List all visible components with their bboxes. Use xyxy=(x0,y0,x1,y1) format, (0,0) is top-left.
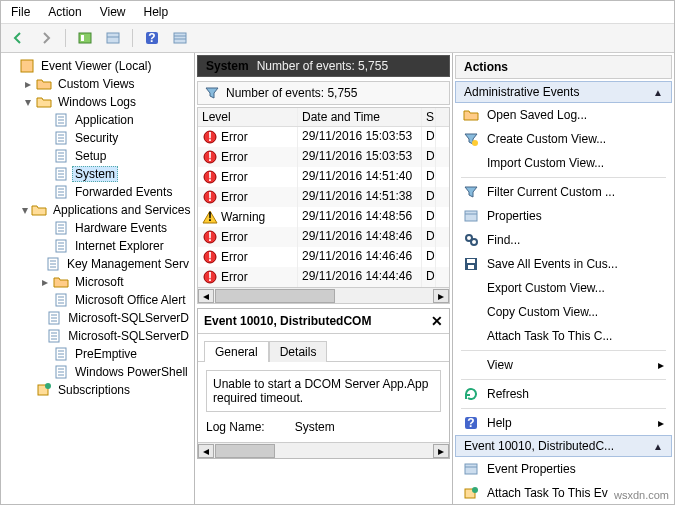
action-label: Properties xyxy=(487,209,542,223)
tree-subscriptions[interactable]: Subscriptions xyxy=(22,381,192,399)
tree-item-windows-powershell[interactable]: Windows PowerShell xyxy=(39,363,192,381)
scroll-right-icon[interactable]: ▸ xyxy=(433,289,449,303)
actions-section-event[interactable]: Event 10010, DistributedC...▲ xyxy=(455,435,672,457)
col-source[interactable]: S xyxy=(422,108,436,126)
event-viewer-icon xyxy=(19,58,35,74)
table-row[interactable]: !Error29/11/2016 15:03:53D xyxy=(198,127,449,147)
log-icon xyxy=(53,220,69,236)
action-open-saved-log[interactable]: Open Saved Log... xyxy=(455,103,672,127)
tree-item-microsoft-sqlserverd[interactable]: Microsoft-SQLServerD xyxy=(39,309,192,327)
events-header: SystemNumber of events: 5,755 xyxy=(197,55,450,77)
find-icon xyxy=(463,232,479,248)
properties-icon xyxy=(463,208,479,224)
cell-source: D xyxy=(422,147,436,167)
cell-source: D xyxy=(422,207,436,227)
log-icon xyxy=(53,364,69,380)
tree-item-microsoft-office-alert[interactable]: Microsoft Office Alert xyxy=(39,291,192,309)
svg-rect-1 xyxy=(81,35,84,41)
chevron-right-icon: ▸ xyxy=(658,358,664,372)
svg-text:!: ! xyxy=(208,210,212,224)
tree-item-hardware-events[interactable]: Hardware Events xyxy=(39,219,192,237)
show-hide-tree-button[interactable] xyxy=(74,27,96,49)
tree-item-forwarded-events[interactable]: Forwarded Events xyxy=(39,183,192,201)
log-icon xyxy=(46,310,62,326)
action-attach-task-to-this-c[interactable]: Attach Task To This C... xyxy=(455,324,672,348)
scroll-thumb[interactable] xyxy=(215,444,275,458)
tree-item-setup[interactable]: Setup xyxy=(39,147,192,165)
action-filter-current-custom[interactable]: Filter Current Custom ... xyxy=(455,180,672,204)
menu-action[interactable]: Action xyxy=(48,5,81,19)
cell-datetime: 29/11/2016 14:48:46 xyxy=(298,227,422,247)
views-button[interactable] xyxy=(102,27,124,49)
tree-custom-views[interactable]: ▸Custom Views xyxy=(22,75,192,93)
action-event-properties[interactable]: Event Properties xyxy=(455,457,672,481)
svg-rect-85 xyxy=(467,259,475,263)
error-icon: ! xyxy=(202,229,218,245)
action-import-custom-view[interactable]: Import Custom View... xyxy=(455,151,672,175)
menu-file[interactable]: File xyxy=(11,5,30,19)
table-row[interactable]: !Error29/11/2016 15:03:53D xyxy=(198,147,449,167)
tab-details[interactable]: Details xyxy=(269,341,328,362)
table-row[interactable]: !Error29/11/2016 14:51:40D xyxy=(198,167,449,187)
action-view[interactable]: View▸ xyxy=(455,353,672,377)
collapse-icon[interactable]: ▲ xyxy=(653,87,663,98)
tree-item-system[interactable]: System xyxy=(39,165,192,183)
properties-button[interactable] xyxy=(169,27,191,49)
action-help[interactable]: ?Help▸ xyxy=(455,411,672,435)
tree-item-microsoft[interactable]: ▸Microsoft xyxy=(39,273,192,291)
menu-view[interactable]: View xyxy=(100,5,126,19)
svg-point-63 xyxy=(45,383,51,389)
scroll-thumb[interactable] xyxy=(215,289,335,303)
action-export-custom-view[interactable]: Export Custom View... xyxy=(455,276,672,300)
svg-rect-9 xyxy=(21,60,33,72)
scroll-left-icon[interactable]: ◂ xyxy=(198,444,214,458)
tree-apps-services[interactable]: ▾Applications and Services xyxy=(22,201,192,219)
tree-root[interactable]: Event Viewer (Local) xyxy=(5,57,192,75)
scroll-left-icon[interactable]: ◂ xyxy=(198,289,214,303)
grid-scrollbar[interactable]: ◂ ▸ xyxy=(198,287,449,303)
help-button[interactable]: ? xyxy=(141,27,163,49)
tree-item-application[interactable]: Application xyxy=(39,111,192,129)
table-row[interactable]: !Error29/11/2016 14:48:46D xyxy=(198,227,449,247)
grid-header[interactable]: Level Date and Time S xyxy=(198,108,449,127)
col-datetime[interactable]: Date and Time xyxy=(298,108,422,126)
table-row[interactable]: !Error29/11/2016 14:46:46D xyxy=(198,247,449,267)
tree-item-key-management-serv[interactable]: Key Management Serv xyxy=(39,255,192,273)
action-refresh[interactable]: Refresh xyxy=(455,382,672,406)
tree-item-internet-explorer[interactable]: Internet Explorer xyxy=(39,237,192,255)
tree-item-security[interactable]: Security xyxy=(39,129,192,147)
close-icon[interactable]: ✕ xyxy=(431,313,443,329)
action-copy-custom-view[interactable]: Copy Custom View... xyxy=(455,300,672,324)
forward-button[interactable] xyxy=(35,27,57,49)
tree-item-microsoft-sqlserverd[interactable]: Microsoft-SQLServerD xyxy=(39,327,192,345)
svg-text:!: ! xyxy=(208,190,212,204)
error-icon: ! xyxy=(202,169,218,185)
menu-help[interactable]: Help xyxy=(144,5,169,19)
scroll-right-icon[interactable]: ▸ xyxy=(433,444,449,458)
table-row[interactable]: !Error29/11/2016 14:44:46D xyxy=(198,267,449,287)
table-row[interactable]: !Error29/11/2016 14:51:38D xyxy=(198,187,449,207)
cell-level: Error xyxy=(221,170,248,184)
cell-datetime: 29/11/2016 15:03:53 xyxy=(298,147,422,167)
event-grid[interactable]: Level Date and Time S !Error29/11/2016 1… xyxy=(197,107,450,304)
col-level[interactable]: Level xyxy=(198,108,298,126)
action-properties[interactable]: Properties xyxy=(455,204,672,228)
action-label: Import Custom View... xyxy=(487,156,604,170)
actions-section-admin[interactable]: Administrative Events▲ xyxy=(455,81,672,103)
action-find[interactable]: Find... xyxy=(455,228,672,252)
actions-title: Actions xyxy=(455,55,672,79)
action-create-custom-view[interactable]: Create Custom View... xyxy=(455,127,672,151)
detail-scrollbar[interactable]: ◂ ▸ xyxy=(198,442,449,458)
tree-item-preemptive[interactable]: PreEmptive xyxy=(39,345,192,363)
action-save-all-events-in-cus[interactable]: Save All Events in Cus... xyxy=(455,252,672,276)
separator xyxy=(461,177,666,178)
cell-source: D xyxy=(422,187,436,207)
action-label: Event Properties xyxy=(487,462,576,476)
back-button[interactable] xyxy=(7,27,29,49)
tab-general[interactable]: General xyxy=(204,341,269,362)
tree-windows-logs[interactable]: ▾Windows Logs xyxy=(22,93,192,111)
collapse-icon[interactable]: ▲ xyxy=(653,441,663,452)
table-row[interactable]: !Warning29/11/2016 14:48:56D xyxy=(198,207,449,227)
action-label: Filter Current Custom ... xyxy=(487,185,615,199)
detail-tabs: General Details xyxy=(198,334,449,362)
